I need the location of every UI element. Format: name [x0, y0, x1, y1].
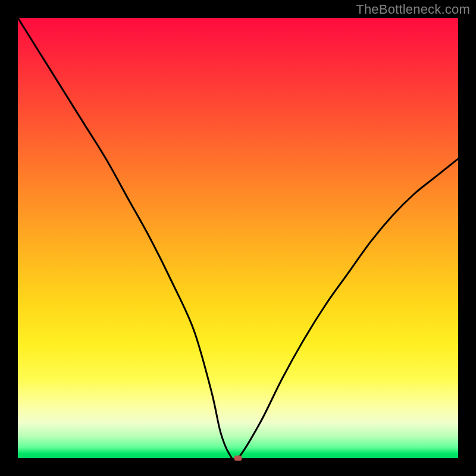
chart-plot-area [18, 18, 458, 458]
optimal-point-marker [234, 456, 242, 461]
watermark-label: TheBottleneck.com [356, 2, 470, 17]
chart-outer-frame: TheBottleneck.com [0, 0, 476, 476]
bottleneck-curve [18, 18, 458, 458]
